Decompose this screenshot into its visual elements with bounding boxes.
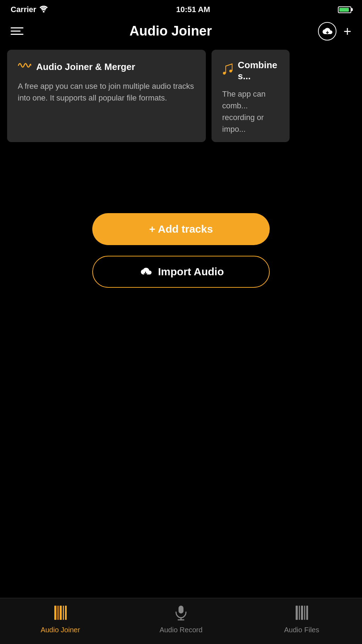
- svg-rect-12: [301, 606, 303, 620]
- tab-audio-record[interactable]: Audio Record: [121, 605, 241, 634]
- battery-indicator: [338, 6, 351, 13]
- audio-files-tab-label: Audio Files: [284, 626, 319, 634]
- cloud-download-icon: [322, 27, 333, 36]
- audio-files-tab-icon: [295, 605, 308, 624]
- cloud-download-button[interactable]: [318, 22, 336, 40]
- wave-icon: [18, 60, 31, 74]
- import-audio-button[interactable]: Import Audio: [92, 256, 270, 288]
- card-combine[interactable]: Combine s... The app can comb... recordi…: [212, 50, 290, 142]
- svg-rect-5: [63, 606, 64, 620]
- main-content: + Add tracks Import Audio: [0, 142, 362, 288]
- card-secondary-title: Combine s...: [238, 60, 279, 82]
- hamburger-menu[interactable]: [11, 27, 23, 35]
- audio-record-tab-icon: [175, 605, 187, 624]
- card-main-title: Audio Joiner & Merger: [36, 61, 135, 72]
- app-header: Audio Joiner +: [0, 18, 362, 46]
- status-bar: Carrier 10:51 AM: [0, 0, 362, 18]
- page-title: Audio Joiner: [130, 23, 212, 39]
- svg-rect-14: [306, 606, 308, 620]
- svg-rect-13: [304, 606, 305, 620]
- card-main-description: A free app you can use to join multiple …: [18, 80, 195, 104]
- cards-row: Audio Joiner & Merger A free app you can…: [0, 50, 362, 142]
- tab-audio-files[interactable]: Audio Files: [241, 605, 362, 634]
- add-button[interactable]: +: [344, 25, 351, 38]
- svg-rect-2: [54, 606, 56, 620]
- svg-rect-4: [60, 606, 62, 620]
- tab-audio-joiner[interactable]: Audio Joiner: [0, 605, 121, 634]
- import-audio-label: Import Audio: [158, 266, 224, 278]
- svg-rect-3: [57, 606, 59, 620]
- carrier-label: Carrier: [11, 5, 36, 14]
- svg-rect-10: [296, 606, 298, 620]
- music-note-icon: [222, 63, 233, 78]
- wifi-icon: [39, 5, 48, 14]
- audio-record-tab-label: Audio Record: [159, 626, 202, 634]
- time-label: 10:51 AM: [176, 5, 210, 14]
- header-actions: +: [318, 22, 351, 40]
- svg-rect-11: [299, 606, 300, 620]
- svg-rect-6: [65, 606, 67, 620]
- import-cloud-icon: [138, 265, 153, 278]
- card-secondary-description: The app can comb... recording or impo...: [222, 88, 279, 135]
- card-audio-joiner-merger[interactable]: Audio Joiner & Merger A free app you can…: [7, 50, 206, 142]
- svg-rect-7: [179, 606, 183, 613]
- audio-joiner-tab-icon: [54, 605, 67, 624]
- svg-line-1: [226, 64, 232, 66]
- tab-bar: Audio Joiner Audio Record Audio Files: [0, 598, 362, 644]
- add-tracks-button[interactable]: + Add tracks: [92, 213, 270, 245]
- audio-joiner-tab-label: Audio Joiner: [40, 626, 80, 634]
- svg-point-0: [43, 11, 45, 12]
